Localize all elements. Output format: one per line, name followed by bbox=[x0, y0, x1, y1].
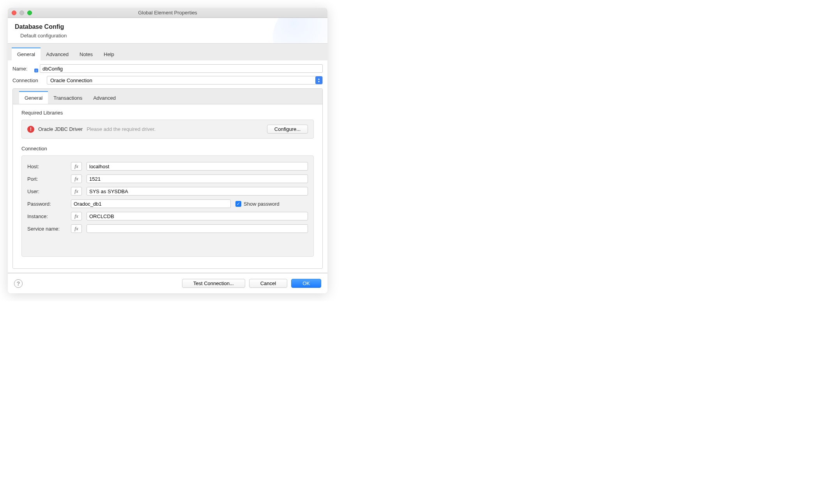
page-title: Database Config bbox=[15, 23, 320, 30]
password-label: Password: bbox=[27, 201, 66, 207]
show-password-toggle[interactable]: ✓ Show password bbox=[235, 201, 280, 207]
connection-select[interactable]: Oracle Connection ▲▼ bbox=[47, 76, 323, 85]
traffic-lights bbox=[12, 11, 32, 15]
maximize-icon[interactable] bbox=[27, 11, 32, 15]
inner-tab-general[interactable]: General bbox=[19, 91, 48, 104]
window-title: Global Element Properties bbox=[138, 10, 197, 16]
outer-tab-bar: General Advanced Notes Help bbox=[8, 44, 327, 60]
required-libraries-title: Required Libraries bbox=[21, 110, 314, 116]
password-row: Password: ✓ Show password bbox=[27, 199, 308, 208]
close-icon[interactable] bbox=[12, 11, 16, 15]
fx-button-port[interactable]: fx bbox=[71, 174, 82, 183]
fx-button-instance[interactable]: fx bbox=[71, 212, 82, 220]
host-label: Host: bbox=[27, 164, 66, 169]
help-icon[interactable]: ? bbox=[14, 279, 23, 288]
name-row: Name: i bbox=[12, 64, 323, 73]
name-input[interactable] bbox=[40, 64, 323, 73]
ok-button[interactable]: OK bbox=[291, 279, 321, 288]
required-libraries-box: ! Oracle JDBC Driver Please add the requ… bbox=[21, 120, 314, 139]
dialog-header: Database Config Default configuration bbox=[8, 18, 327, 44]
inner-tab-advanced[interactable]: Advanced bbox=[88, 91, 121, 104]
port-input[interactable] bbox=[87, 174, 308, 183]
user-label: User: bbox=[27, 189, 66, 194]
port-row: Port: fx bbox=[27, 174, 308, 183]
fx-button-user[interactable]: fx bbox=[71, 187, 82, 196]
fx-button-service-name[interactable]: fx bbox=[71, 224, 82, 233]
instance-row: Instance: fx bbox=[27, 212, 308, 220]
test-connection-button[interactable]: Test Connection... bbox=[182, 279, 245, 288]
user-input[interactable] bbox=[87, 187, 308, 196]
alert-icon: ! bbox=[27, 126, 34, 133]
user-row: User: fx bbox=[27, 187, 308, 196]
minimize-icon[interactable] bbox=[19, 11, 24, 15]
driver-name: Oracle JDBC Driver bbox=[38, 126, 83, 132]
cancel-button[interactable]: Cancel bbox=[249, 279, 287, 288]
service-name-row: Service name: fx bbox=[27, 224, 308, 233]
inner-tab-transactions[interactable]: Transactions bbox=[48, 91, 88, 104]
instance-label: Instance: bbox=[27, 213, 66, 219]
instance-input[interactable] bbox=[87, 212, 308, 220]
host-input[interactable] bbox=[87, 162, 308, 171]
checkbox-checked-icon: ✓ bbox=[235, 201, 241, 207]
connection-row: Connection Oracle Connection ▲▼ bbox=[12, 76, 323, 85]
tab-general[interactable]: General bbox=[12, 48, 41, 60]
inner-body: Required Libraries ! Oracle JDBC Driver … bbox=[13, 104, 322, 268]
service-name-input[interactable] bbox=[87, 224, 308, 233]
connection-label: Connection bbox=[12, 78, 44, 83]
inner-tab-bar: General Transactions Advanced bbox=[13, 89, 322, 104]
info-icon: i bbox=[34, 69, 38, 72]
chevron-up-down-icon: ▲▼ bbox=[315, 76, 322, 84]
tab-advanced[interactable]: Advanced bbox=[41, 48, 74, 60]
tab-help[interactable]: Help bbox=[98, 48, 120, 60]
inner-panel: General Transactions Advanced Required L… bbox=[12, 88, 323, 269]
form-top: Name: i Connection Oracle Connection ▲▼ … bbox=[8, 60, 327, 273]
port-label: Port: bbox=[27, 176, 66, 182]
connection-section: Host: fx Port: fx User: fx bbox=[21, 155, 314, 257]
tab-notes[interactable]: Notes bbox=[74, 48, 98, 60]
dialog-window: Global Element Properties Database Confi… bbox=[8, 8, 327, 293]
connection-select-value: Oracle Connection bbox=[47, 76, 323, 85]
host-row: Host: fx bbox=[27, 162, 308, 171]
service-name-label: Service name: bbox=[27, 226, 66, 232]
dialog-footer: ? Test Connection... Cancel OK bbox=[8, 273, 327, 293]
configure-button[interactable]: Configure... bbox=[267, 125, 308, 134]
titlebar: Global Element Properties bbox=[8, 8, 327, 18]
driver-hint: Please add the required driver. bbox=[87, 126, 263, 132]
connection-section-title: Connection bbox=[21, 146, 314, 152]
show-password-label: Show password bbox=[244, 201, 280, 207]
name-label: Name: bbox=[12, 66, 31, 72]
fx-button-host[interactable]: fx bbox=[71, 162, 82, 171]
password-input[interactable] bbox=[71, 199, 231, 208]
page-subtitle: Default configuration bbox=[15, 33, 320, 39]
